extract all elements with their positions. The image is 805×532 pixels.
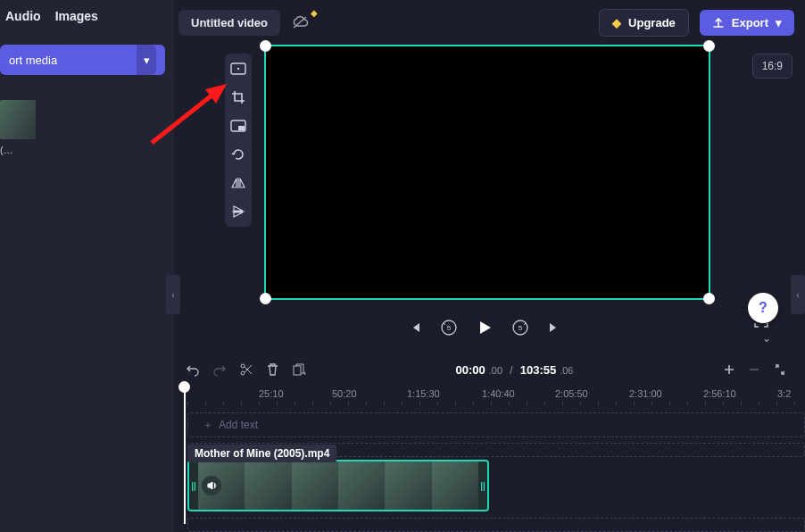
cloud-sync-icon[interactable]: ◆ [291, 15, 309, 29]
svg-text:+: + [303, 370, 306, 377]
rewind-5-icon[interactable]: 5 [440, 319, 458, 337]
export-label: Export [732, 16, 768, 29]
ruler-label: 1:15:30 [407, 388, 440, 399]
duplicate-icon[interactable]: + [292, 362, 306, 377]
import-media-label: ort media [9, 54, 57, 67]
upgrade-button[interactable]: ◆ Upgrade [599, 9, 689, 37]
chevron-down-icon[interactable]: ⌄ [762, 332, 771, 345]
clip-audio-icon[interactable] [202, 476, 221, 495]
preview-area [220, 45, 755, 300]
resize-handle-br[interactable] [703, 293, 715, 304]
ruler-label: 50:20 [332, 388, 357, 399]
zoom-out-icon[interactable] [748, 363, 760, 376]
svg-text:5: 5 [519, 324, 523, 332]
media-panel: Audio Images ort media ▾ (… [0, 0, 174, 532]
clip-label: Mother of Mine (2005).mp4 [187, 445, 336, 462]
timeline-ruler[interactable]: 25:1050:201:15:301:40:402:05:502:31:002:… [178, 386, 805, 407]
text-track-placeholder[interactable]: ＋ Add text [187, 412, 805, 437]
help-button[interactable]: ? [748, 293, 778, 323]
time-sep: / [506, 363, 517, 377]
import-media-button[interactable]: ort media ▾ [0, 45, 165, 75]
fit-timeline-icon[interactable] [773, 362, 787, 377]
playback-controls: 5 5 [178, 312, 791, 343]
aspect-ratio-button[interactable]: 16:9 [752, 54, 793, 79]
total-time: 103:55 [520, 363, 556, 377]
plus-icon: ＋ [203, 418, 213, 433]
current-time-frac: .00 [489, 365, 502, 376]
text-track-hint: Add text [219, 419, 258, 431]
project-title[interactable]: Untitled video [178, 10, 280, 36]
chevron-down-icon[interactable]: ▾ [137, 45, 156, 75]
clip-thumbnails [198, 461, 478, 510]
playhead-line [184, 390, 186, 524]
clip-trim-right[interactable]: || [478, 461, 487, 510]
play-icon[interactable] [476, 319, 494, 337]
premium-badge-icon: ◆ [311, 8, 318, 18]
media-thumbnail[interactable] [0, 100, 36, 139]
time-display: 00:00.00 / 103:55.06 [456, 363, 574, 377]
svg-rect-13 [294, 366, 301, 375]
preview-canvas[interactable] [264, 45, 710, 300]
clip-trim-left[interactable]: || [189, 461, 198, 510]
empty-track[interactable] [187, 518, 805, 532]
split-icon[interactable] [239, 362, 253, 377]
skip-end-icon[interactable] [547, 320, 561, 335]
redo-icon[interactable] [212, 362, 227, 377]
forward-5-icon[interactable]: 5 [511, 319, 529, 337]
ruler-label: 1:40:40 [482, 388, 515, 399]
timeline-toolbar: + 00:00.00 / 103:55.06 [178, 355, 794, 384]
expand-right-icon[interactable]: ‹ [791, 275, 805, 314]
skip-start-icon[interactable] [408, 320, 422, 335]
upgrade-label: Upgrade [628, 16, 676, 29]
ruler-label: 3:2 [777, 388, 791, 399]
zoom-in-icon[interactable] [723, 363, 735, 376]
upload-icon [712, 16, 725, 29]
tab-audio[interactable]: Audio [5, 9, 41, 23]
top-bar: Untitled video ◆ ◆ Upgrade Export ▾ [178, 7, 794, 37]
resize-handle-tr[interactable] [703, 40, 715, 52]
current-time: 00:00 [456, 363, 485, 377]
svg-point-11 [241, 371, 245, 375]
video-clip[interactable]: || || [187, 460, 489, 511]
media-filename: (… [0, 145, 174, 155]
export-button[interactable]: Export ▾ [700, 10, 794, 36]
resize-handle-tl[interactable] [260, 40, 271, 52]
chevron-down-icon: ▾ [776, 16, 782, 29]
undo-icon[interactable] [186, 362, 200, 377]
ruler-label: 2:05:50 [555, 388, 588, 399]
svg-text:5: 5 [447, 324, 452, 332]
ruler-label: 2:31:00 [629, 388, 662, 399]
tab-images[interactable]: Images [55, 9, 98, 23]
collapse-left-icon[interactable]: ‹ [166, 275, 180, 314]
gem-icon: ◆ [612, 16, 621, 29]
resize-handle-bl[interactable] [260, 293, 271, 304]
ruler-label: 2:56:10 [703, 388, 736, 399]
ruler-label: 25:10 [259, 388, 284, 399]
delete-icon[interactable] [266, 362, 279, 377]
total-time-frac: .06 [560, 365, 573, 376]
svg-point-12 [241, 364, 245, 368]
